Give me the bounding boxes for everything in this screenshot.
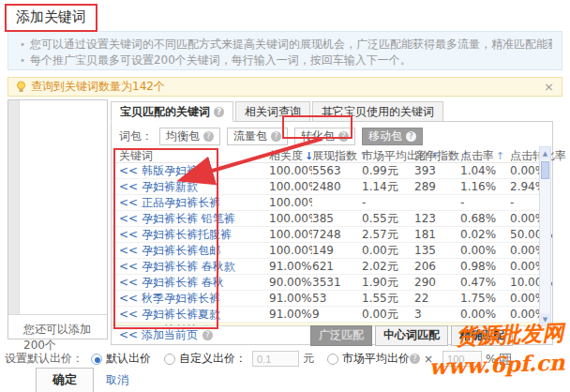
column-header-相关度[interactable]: 相关度↓: [269, 148, 312, 164]
table-cell: 100.00%: [269, 228, 312, 241]
grid-icon[interactable]: [500, 354, 511, 365]
column-header-点击率[interactable]: 点击率↑: [460, 148, 510, 164]
table-cell: 3: [414, 308, 460, 321]
default-bid-option[interactable]: 默认出价: [106, 351, 151, 367]
help-icon[interactable]: ?: [410, 354, 420, 364]
keyword-link[interactable]: << 孕妇裤长裤 铅笔裤: [112, 211, 269, 227]
scrollbar-thumb[interactable]: [541, 161, 549, 179]
help-icon[interactable]: ?: [214, 107, 224, 117]
table-rows: << 韩版孕妇裤100.00%55630.99元3931.04%0.00%<< …: [112, 163, 552, 335]
column-label: 点击转化率: [510, 148, 566, 164]
sort-asc-icon[interactable]: ↑: [496, 150, 504, 162]
yuan-unit: 元: [303, 351, 314, 367]
keyword-input-panel: 您还可以添加200个: [8, 99, 108, 339]
table-cell: 3531: [312, 276, 362, 289]
keyword-link[interactable]: << 秋季孕妇裤长裤: [112, 291, 269, 307]
textarea-gutter: [8, 100, 20, 314]
column-header-市场平均出价[interactable]: 市场平均出价↑: [362, 148, 414, 164]
close-icon[interactable]: ×: [544, 80, 554, 94]
table-cell: 1.75%: [460, 292, 510, 305]
table-cell: 91.00%: [269, 260, 312, 273]
table-cell: 91.00%: [269, 308, 312, 321]
table-row: << 孕妇裤新款100.00%24801.14元2891.16%2.94%: [112, 179, 552, 195]
panel-body: 词包： 均衡包?流量包?转化包?移动包? 关键词相关度↓展现指数↑市场平均出价↑…: [111, 121, 553, 345]
tab-相关词查询[interactable]: 相关词查询: [235, 101, 310, 122]
table-cell: 290: [414, 276, 460, 289]
table-cell: 0.68%: [460, 212, 510, 225]
custom-bid-input[interactable]: [252, 351, 299, 367]
table-row: << 韩版孕妇裤100.00%55630.99元3931.04%0.00%: [112, 163, 552, 179]
table-scrollbar[interactable]: ▲ ▼: [539, 146, 551, 326]
table-cell: 100.00%: [269, 212, 312, 225]
column-label: 关键词: [119, 148, 153, 164]
help-icon[interactable]: ?: [338, 131, 349, 142]
help-icon[interactable]: ?: [203, 131, 214, 142]
market-bid-option[interactable]: 市场平均出价: [342, 351, 410, 367]
table-cell: 7248: [312, 228, 362, 241]
tab-label: 相关词查询: [245, 102, 301, 121]
keyword-link[interactable]: << 孕妇裤长裤夏款: [112, 307, 269, 323]
wordpack-button-label: 转化包: [301, 128, 335, 144]
keyword-link[interactable]: << 正品孕妇裤长裤: [112, 195, 269, 211]
scroll-down-icon[interactable]: ▼: [540, 313, 550, 325]
column-header-关键词[interactable]: 关键词: [112, 148, 269, 164]
tab-label: 宝贝匹配的关键词: [120, 102, 210, 121]
keyword-link[interactable]: << 孕妇裤长裤 春秋: [112, 275, 269, 291]
table-cell: 100.00%: [269, 244, 312, 257]
keyword-link[interactable]: << 孕妇裤长裤托腹裤: [112, 227, 269, 243]
table-cell: 5563: [312, 164, 362, 177]
table-cell: 0.00元: [362, 307, 414, 323]
confirm-button[interactable]: 确定: [36, 368, 94, 392]
match-button-广泛匹配[interactable]: 广泛匹配: [310, 325, 372, 346]
bullet-icon: •: [20, 55, 25, 66]
add-current-page-link[interactable]: << 添加当前页: [119, 327, 198, 343]
wordpack-button-均衡包[interactable]: 均衡包?: [159, 128, 220, 145]
table-cell: 2.57元: [362, 227, 414, 243]
keyword-link[interactable]: << 韩版孕妇裤: [112, 163, 269, 179]
multiply-sign: ×: [424, 353, 433, 366]
help-icon[interactable]: ?: [202, 330, 213, 340]
wordpack-button-移动包[interactable]: 移动包?: [362, 128, 423, 145]
page-title: 添加关键词: [5, 4, 98, 32]
column-header-竞争指数[interactable]: 竞争指数↑: [414, 148, 460, 164]
table-cell: 621: [312, 260, 362, 273]
keyword-link[interactable]: << 孕妇裤长裤包邮: [112, 243, 269, 259]
help-icon[interactable]: ?: [271, 131, 281, 142]
table-row: << 秋季孕妇裤长裤91.00%531.55元221.75%0.00%: [112, 291, 552, 307]
market-percent-input[interactable]: [442, 351, 482, 367]
wordpack-button-转化包[interactable]: 转化包?: [294, 128, 355, 145]
keyword-link[interactable]: << 孕妇裤长裤 春秋款: [112, 259, 269, 275]
default-bid-row: 设置默认出价： 默认出价 自定义出价： 元 市场平均出价 ? × %: [5, 351, 568, 367]
match-button-中心词匹配[interactable]: 中心词匹配: [375, 325, 448, 346]
table-row: << 孕妇裤长裤托腹裤100.00%72482.57元1810.02%50.00…: [112, 227, 552, 243]
table-cell: 385: [312, 212, 362, 225]
percent-unit: %: [486, 353, 496, 366]
match-buttons: 广泛匹配中心词匹配精确匹配: [310, 325, 513, 346]
table-header: 关键词相关度↓展现指数↑市场平均出价↑竞争指数↑点击率↑点击转化率↑: [112, 148, 552, 163]
tab-strip: 宝贝匹配的关键词?相关词查询其它宝贝使用的关键词: [111, 101, 553, 122]
table-cell: 0.55元: [362, 211, 414, 227]
table-cell: 135: [414, 244, 460, 257]
help-icon[interactable]: ?: [406, 131, 416, 142]
scroll-up-icon[interactable]: ▲: [540, 147, 550, 159]
tab-宝贝匹配的关键词[interactable]: 宝贝匹配的关键词?: [111, 101, 233, 122]
radio-default-bid[interactable]: [91, 354, 102, 365]
table-row: << 孕妇裤长裤 春秋90.00%35311.90元2900.47%10.00%: [112, 275, 552, 291]
wordpack-button-label: 移动包: [368, 128, 402, 144]
keyword-link[interactable]: << 孕妇裤新款: [112, 179, 269, 195]
cancel-link[interactable]: 取消: [106, 372, 128, 388]
tab-label: 其它宝贝使用的关键词: [322, 102, 434, 121]
table-cell: 0.00元: [362, 243, 414, 259]
column-header-展现指数[interactable]: 展现指数↑: [312, 148, 362, 164]
match-button-精确匹配[interactable]: 精确匹配: [451, 325, 513, 346]
table-cell: 2480: [312, 180, 362, 193]
wordpack-button-流量包[interactable]: 流量包?: [227, 128, 288, 145]
bullet-icon: •: [20, 39, 25, 50]
keyword-textarea[interactable]: [8, 100, 107, 314]
tab-其它宝贝使用的关键词[interactable]: 其它宝贝使用的关键词: [312, 101, 443, 122]
radio-custom-bid[interactable]: [164, 354, 175, 365]
custom-bid-option[interactable]: 自定义出价：: [179, 351, 247, 367]
wordpack-label: 词包：: [119, 128, 153, 144]
remaining-count-hint: 您还可以添加200个: [8, 314, 107, 354]
radio-market-bid[interactable]: [327, 354, 338, 365]
